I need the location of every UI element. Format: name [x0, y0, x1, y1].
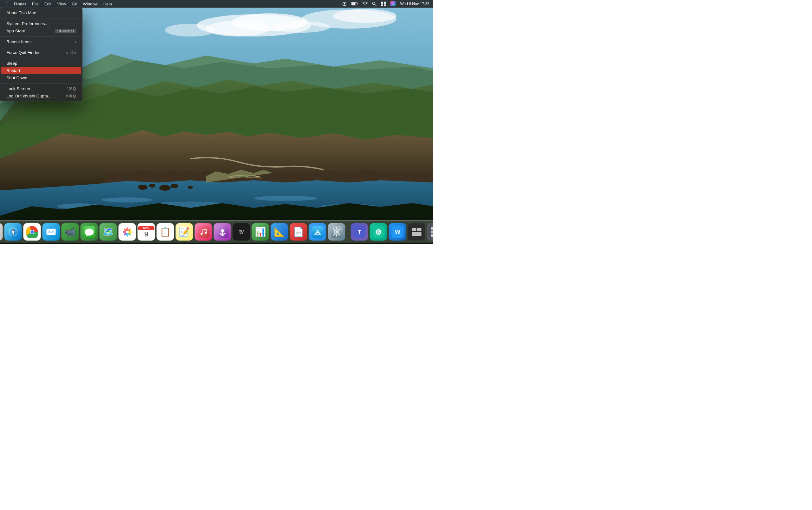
force-quit-shortcut: ⌥⌘⎋ [65, 51, 76, 55]
dock-keynote[interactable]: 📐 [271, 223, 288, 240]
dock-maps[interactable]: 🗺️ [99, 223, 117, 240]
svg-rect-96 [417, 228, 421, 231]
log-out-shortcut: ⇧⌘Q [65, 94, 76, 98]
svg-text:tv: tv [239, 228, 244, 235]
svg-rect-36 [384, 2, 386, 4]
siri-icon[interactable] [389, 1, 397, 6]
restart-item[interactable]: Restart... [1, 67, 81, 74]
app-store-badge: 10 updates [55, 29, 76, 33]
force-quit-item[interactable]: Force Quit Finder ⌥⌘⎋ [1, 49, 81, 56]
svg-point-69 [123, 231, 126, 233]
dock-chrome[interactable] [24, 223, 41, 240]
svg-rect-81 [311, 226, 324, 238]
go-menu[interactable]: Go [69, 0, 80, 7]
search-icon[interactable] [371, 2, 378, 6]
file-menu[interactable]: File [30, 0, 41, 7]
view-menu[interactable]: View [55, 0, 68, 7]
dock-numbers[interactable]: 📊 [252, 223, 269, 240]
svg-rect-29 [344, 3, 345, 4]
svg-text:W: W [395, 229, 400, 235]
svg-point-65 [128, 231, 132, 233]
wifi-icon[interactable] [361, 2, 369, 6]
apple-menu-trigger[interactable]:  [3, 0, 10, 7]
svg-point-6 [165, 24, 216, 36]
dock-extras-1[interactable] [427, 223, 433, 240]
screen-record-icon[interactable] [341, 2, 348, 6]
svg-point-60 [30, 230, 34, 233]
svg-point-41 [392, 3, 394, 5]
dock-reminders[interactable]: 📋 [157, 223, 174, 240]
lock-screen-shortcut: ^⌘Q [67, 87, 76, 91]
dock-mail[interactable]: ✉️ [42, 223, 60, 240]
log-out-item[interactable]: Log Out khushi Gupta... ⇧⌘Q [1, 92, 81, 100]
svg-text:T: T [358, 229, 361, 235]
svg-rect-31 [357, 3, 358, 4]
svg-point-17 [254, 196, 317, 201]
dock-teams[interactable]: T [351, 223, 368, 240]
battery-icon[interactable] [350, 2, 359, 6]
shut-down-item[interactable]: Shut Down... [1, 74, 81, 82]
svg-text:G: G [377, 229, 380, 234]
dock-photos[interactable] [119, 223, 136, 240]
dock-calendar[interactable]: NOV 9 [138, 223, 155, 240]
svg-point-7 [273, 21, 330, 33]
recent-items-chevron: › [75, 40, 76, 44]
dock-safari[interactable] [4, 223, 22, 240]
dock-grammarly[interactable]: G [370, 223, 387, 240]
window-menu[interactable]: Window [81, 0, 100, 7]
dock-appstore[interactable] [309, 223, 326, 240]
svg-point-63 [126, 227, 128, 231]
svg-point-74 [205, 232, 207, 234]
svg-rect-97 [412, 232, 421, 236]
svg-point-24 [171, 184, 178, 188]
edit-menu[interactable]: Edit [42, 0, 54, 7]
menu-separator-2 [0, 36, 83, 36]
dock-pages[interactable]: 📄 [290, 223, 307, 240]
svg-rect-95 [412, 228, 416, 231]
svg-rect-32 [352, 3, 356, 5]
apple-menu-dropdown: About This Mac System Preferences... App… [0, 8, 83, 101]
recent-items-item[interactable]: Recent Items › [1, 38, 81, 46]
svg-point-22 [149, 184, 155, 188]
dock-podcasts[interactable] [214, 223, 231, 240]
menu-separator-4 [0, 58, 83, 58]
control-center-icon[interactable] [380, 2, 387, 6]
svg-rect-78 [221, 235, 223, 236]
about-this-mac-item[interactable]: About This Mac [1, 9, 81, 17]
svg-point-23 [159, 185, 171, 191]
svg-point-25 [188, 186, 193, 189]
svg-point-3 [206, 21, 270, 36]
sleep-item[interactable]: Sleep [1, 60, 81, 67]
dock: FINDER 🚀 [0, 220, 433, 243]
help-menu[interactable]: Help [101, 0, 115, 7]
svg-rect-35 [381, 2, 383, 4]
menubar-right: Wed 9 Nov 17:35 [341, 1, 431, 6]
datetime: Wed 9 Nov 17:35 [399, 2, 431, 6]
app-store-item[interactable]: App Store... 10 updates [1, 27, 81, 35]
menu-separator-3 [0, 47, 83, 47]
dock-appletv[interactable]: tv [233, 223, 250, 240]
finder-menu[interactable]: Finder [11, 0, 29, 7]
menubar:  Finder File Edit View Go Window Help [0, 0, 433, 8]
svg-point-15 [101, 197, 152, 202]
dock-facetime[interactable]: 📹 [62, 223, 79, 240]
system-preferences-item[interactable]: System Preferences... [1, 20, 81, 27]
svg-point-86 [336, 231, 337, 233]
dock-system-preferences[interactable] [328, 223, 345, 240]
lock-screen-item[interactable]: Lock Screen ^⌘Q [1, 85, 81, 92]
svg-point-21 [138, 185, 148, 190]
menu-separator-1 [0, 18, 83, 19]
dock-notes[interactable]: 📝 [176, 223, 193, 240]
dock-messages[interactable] [81, 223, 98, 240]
svg-point-5 [333, 9, 396, 23]
dock-mission-control[interactable] [408, 223, 425, 240]
dock-separator [348, 224, 348, 239]
svg-point-67 [126, 233, 128, 236]
svg-point-71 [126, 231, 128, 233]
dock-music[interactable] [195, 223, 212, 240]
dock-word[interactable]: W [389, 223, 406, 240]
svg-rect-72 [197, 226, 209, 238]
svg-rect-105 [431, 234, 433, 237]
dock-launchpad[interactable]: 🚀 [0, 223, 3, 240]
svg-rect-102 [431, 231, 433, 233]
